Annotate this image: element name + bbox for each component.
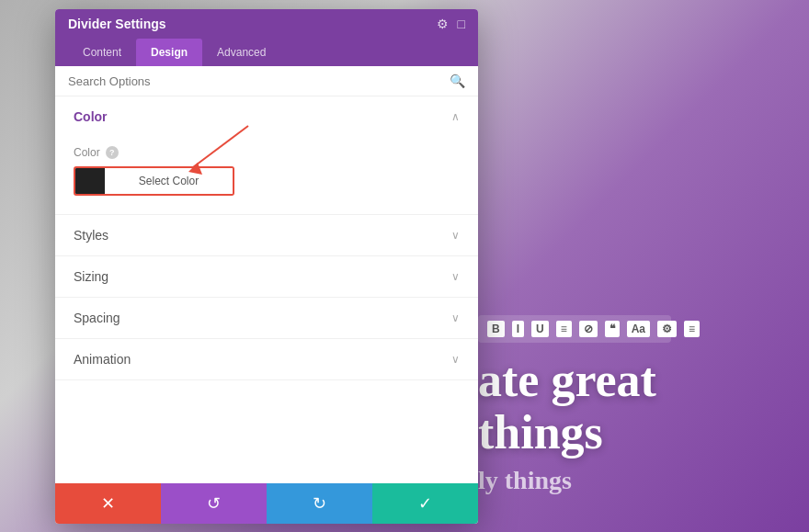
panel-footer: ✕ ↺ ↻ ✓ xyxy=(55,483,478,524)
animation-section-header[interactable]: Animation ∨ xyxy=(55,339,478,379)
sizing-chevron-icon: ∨ xyxy=(451,270,460,283)
styles-section-header[interactable]: Styles ∨ xyxy=(55,215,478,255)
spacing-section: Spacing ∨ xyxy=(55,298,478,339)
divider-settings-panel: Divider Settings ⚙ □ Content Design Adva… xyxy=(55,9,478,524)
select-color-button[interactable]: Select Color xyxy=(105,168,233,194)
tab-advanced[interactable]: Advanced xyxy=(202,39,280,66)
styles-chevron-icon: ∨ xyxy=(451,229,460,242)
bold-btn[interactable]: B xyxy=(487,321,505,337)
spacing-chevron-icon: ∨ xyxy=(451,311,460,324)
search-bar: 🔍 xyxy=(55,66,478,96)
italic-btn[interactable]: I xyxy=(512,321,524,337)
reset-button[interactable]: ↺ xyxy=(161,483,267,524)
underline-btn[interactable]: U xyxy=(531,321,549,337)
panel-header: Divider Settings ⚙ □ xyxy=(55,9,478,39)
save-button[interactable]: ✓ xyxy=(372,483,478,524)
panel-tabs: Content Design Advanced xyxy=(55,39,478,66)
tab-content[interactable]: Content xyxy=(68,39,136,66)
color-field-label: Color xyxy=(74,146,100,159)
expand-icon[interactable]: □ xyxy=(458,17,465,31)
spacing-section-title: Spacing xyxy=(74,311,120,325)
color-section-body: Color ? Select Color xyxy=(55,137,478,214)
color-section-title: Color xyxy=(74,109,108,124)
panel-header-icons: ⚙ □ xyxy=(437,17,465,31)
color-section: Color ∧ Color ? Select Color xyxy=(55,96,478,215)
hero-text-line1: ate great things xyxy=(478,354,772,458)
font-btn[interactable]: Aa xyxy=(627,321,650,337)
hero-text-line2: ly things xyxy=(478,466,772,495)
color-label-row: Color ? xyxy=(74,146,460,159)
list-btn[interactable]: ≡ xyxy=(684,321,700,337)
color-chevron-icon: ∧ xyxy=(451,110,460,123)
color-swatch[interactable] xyxy=(75,168,105,194)
animation-section-title: Animation xyxy=(74,352,131,367)
panel-body: Color ∧ Color ? Select Color Styles ∨ xyxy=(55,96,478,483)
animation-chevron-icon: ∨ xyxy=(451,353,460,366)
styles-section-title: Styles xyxy=(74,228,108,243)
background-text-area: B I U ≡ ⊘ ❝ Aa ⚙ ≡ ate great things ly t… xyxy=(478,315,772,495)
sizing-section-header[interactable]: Sizing ∨ xyxy=(55,256,478,297)
redo-button[interactable]: ↻ xyxy=(267,483,372,524)
color-help-icon[interactable]: ? xyxy=(106,146,119,159)
settings-icon[interactable]: ⚙ xyxy=(437,17,449,31)
animation-section: Animation ∨ xyxy=(55,339,478,380)
search-icon[interactable]: 🔍 xyxy=(450,74,465,88)
align-btn[interactable]: ≡ xyxy=(556,321,572,337)
color-picker-row[interactable]: Select Color xyxy=(74,166,234,196)
settings-btn[interactable]: ⚙ xyxy=(657,321,677,337)
color-section-header[interactable]: Color ∧ xyxy=(55,96,478,137)
quote-btn[interactable]: ❝ xyxy=(605,321,620,337)
search-input[interactable] xyxy=(68,74,450,88)
text-toolbar: B I U ≡ ⊘ ❝ Aa ⚙ ≡ xyxy=(478,315,671,343)
panel-title: Divider Settings xyxy=(68,17,166,31)
strike-btn[interactable]: ⊘ xyxy=(579,321,598,337)
sizing-section-title: Sizing xyxy=(74,269,108,284)
cancel-button[interactable]: ✕ xyxy=(55,483,161,524)
spacing-section-header[interactable]: Spacing ∨ xyxy=(55,298,478,338)
styles-section: Styles ∨ xyxy=(55,215,478,256)
sizing-section: Sizing ∨ xyxy=(55,256,478,298)
tab-design[interactable]: Design xyxy=(136,39,202,66)
